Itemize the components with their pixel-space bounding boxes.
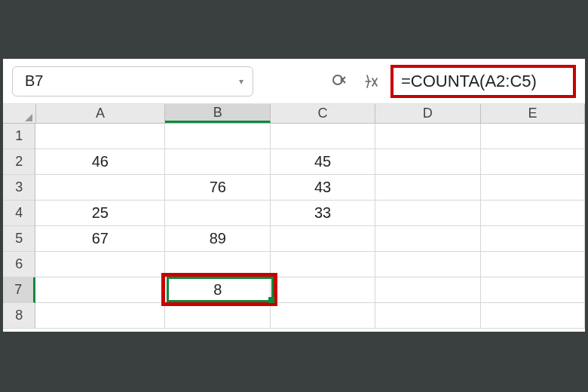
grid-row: 1 — [3, 124, 585, 149]
cell-D2[interactable] — [375, 149, 481, 175]
cell-B7[interactable]: 8 — [165, 277, 271, 303]
cell-A6[interactable] — [35, 252, 165, 277]
grid-row: 8 — [3, 303, 585, 329]
cell-B3[interactable]: 76 — [165, 175, 271, 201]
row-header-4[interactable]: 4 — [3, 201, 35, 226]
cell-D5[interactable] — [375, 226, 481, 252]
cell-A3[interactable] — [35, 175, 165, 201]
name-box[interactable]: B7 ▾ — [12, 66, 253, 96]
fx-icon[interactable] — [359, 69, 383, 93]
select-all-corner[interactable] — [3, 104, 36, 123]
row-header-7[interactable]: 7 — [3, 277, 35, 303]
grid-row: 42533 — [3, 201, 585, 226]
column-header-D[interactable]: D — [375, 104, 481, 123]
row-header-2[interactable]: 2 — [3, 149, 35, 175]
cell-E2[interactable] — [481, 149, 585, 175]
column-headers: ABCDE — [3, 104, 585, 124]
spreadsheet-grid[interactable]: ABCDE 1246453764342533567896788 — [3, 104, 585, 332]
row-header-1[interactable]: 1 — [3, 124, 35, 149]
grid-row: 56789 — [3, 226, 585, 252]
grid-row: 24645 — [3, 149, 585, 175]
cell-D1[interactable] — [375, 124, 481, 149]
cell-D4[interactable] — [375, 201, 481, 226]
cell-A2[interactable]: 46 — [35, 149, 165, 175]
grid-row: 6 — [3, 252, 585, 277]
cell-A5[interactable]: 67 — [35, 226, 165, 252]
cell-E3[interactable] — [481, 175, 585, 201]
row-header-6[interactable]: 6 — [3, 252, 35, 277]
cell-C8[interactable] — [271, 303, 375, 329]
formula-toolbar: B7 ▾ =COUNTA(A2:C5) — [3, 59, 585, 104]
cell-D6[interactable] — [375, 252, 481, 277]
cell-A8[interactable] — [35, 303, 165, 329]
column-header-C[interactable]: C — [271, 104, 375, 123]
dropdown-caret-icon[interactable]: ▾ — [239, 76, 243, 87]
cell-D3[interactable] — [375, 175, 481, 201]
cell-C6[interactable] — [271, 252, 375, 277]
grid-rows: 1246453764342533567896788 — [3, 124, 585, 329]
cell-C4[interactable]: 33 — [271, 201, 375, 226]
cell-E8[interactable] — [481, 303, 585, 329]
cell-B8[interactable] — [165, 303, 271, 329]
cell-E1[interactable] — [481, 124, 585, 149]
column-header-A[interactable]: A — [36, 104, 166, 123]
row-header-3[interactable]: 3 — [3, 175, 35, 201]
row-header-8[interactable]: 8 — [3, 303, 35, 329]
formula-bar[interactable]: =COUNTA(A2:C5) — [390, 65, 576, 98]
row-header-5[interactable]: 5 — [3, 226, 35, 252]
cell-C1[interactable] — [271, 124, 375, 149]
spreadsheet-app: B7 ▾ =COUNTA(A2:C5) ABCDE 124645 — [3, 59, 585, 332]
cell-B6[interactable] — [165, 252, 271, 277]
cell-E6[interactable] — [481, 252, 585, 277]
column-header-E[interactable]: E — [481, 104, 585, 123]
cell-B2[interactable] — [165, 149, 271, 175]
cell-E4[interactable] — [481, 201, 585, 226]
cell-A7[interactable] — [35, 277, 165, 303]
cell-A1[interactable] — [35, 124, 165, 149]
cell-C2[interactable]: 45 — [271, 149, 375, 175]
cell-D8[interactable] — [375, 303, 481, 329]
grid-row: 37643 — [3, 175, 585, 201]
cell-B4[interactable] — [165, 201, 271, 226]
cell-B5[interactable]: 89 — [165, 226, 271, 252]
cell-A4[interactable]: 25 — [35, 201, 165, 226]
grid-row: 78 — [3, 277, 585, 303]
cell-C7[interactable] — [271, 277, 375, 303]
cell-C5[interactable] — [271, 226, 375, 252]
cell-E5[interactable] — [481, 226, 585, 252]
cell-C3[interactable]: 43 — [271, 175, 375, 201]
cell-D7[interactable] — [375, 277, 481, 303]
column-header-B[interactable]: B — [165, 104, 271, 123]
name-box-value: B7 — [25, 72, 43, 90]
svg-point-0 — [333, 75, 342, 84]
cell-B1[interactable] — [165, 124, 271, 149]
search-icon[interactable] — [327, 69, 351, 93]
cell-E7[interactable] — [481, 277, 585, 303]
formula-bar-value: =COUNTA(A2:C5) — [401, 72, 537, 91]
